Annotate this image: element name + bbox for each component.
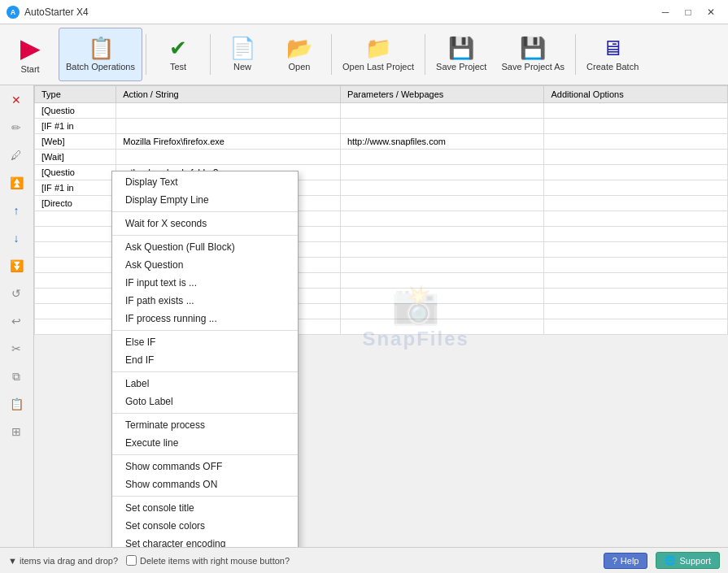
close-button[interactable]: ✕ [700,4,721,20]
toolbar-divider-1 [146,34,146,75]
sidebar-delete-button[interactable]: ✕ [2,87,31,113]
menu-item-label[interactable]: Label [112,375,298,393]
menu-divider-1 [112,211,298,212]
table-header-additional-options: Additional Options [544,86,728,103]
menu-item-if-input-text[interactable]: IF input text is ... [112,274,298,292]
sidebar-down-button[interactable]: ↓ [2,225,31,251]
menu-item-ask-question-full[interactable]: Ask Question (Full Block) [112,238,298,256]
sidebar-cut-button[interactable]: ✂ [2,336,31,362]
sidebar-copy-button[interactable]: ⧉ [2,363,31,389]
support-button[interactable]: 🌐 Support [656,552,720,569]
test-button[interactable]: ✔Test [150,28,207,81]
cell-empty [544,242,728,258]
new-button[interactable]: 📄New [214,28,271,81]
menu-item-ask-question[interactable]: Ask Question [112,256,298,274]
minimize-button[interactable]: ─ [655,4,676,20]
sidebar-undo-button[interactable]: ↩ [2,308,31,334]
cell-type: [IF #1 in [35,119,116,134]
table-header-action-/-string: Action / String [116,86,341,103]
sidebar-up-button[interactable]: ↑ [2,198,31,224]
menu-item-if-process-running[interactable]: IF process running ... [112,310,298,328]
support-icon: 🌐 [665,555,676,566]
menu-item-set-console-colors[interactable]: Set console colors [112,517,298,535]
menu-item-if-path-exists[interactable]: IF path exists ... [112,292,298,310]
start-label: Start [20,64,39,74]
open-last-label: Open Last Project [342,62,414,72]
open-icon: 📂 [286,37,312,59]
menu-item-goto-label[interactable]: Goto Label [112,393,298,410]
cell-empty [35,319,116,335]
support-label: Support [679,556,711,566]
cell-action [116,103,341,119]
window-controls[interactable]: ─ □ ✕ [655,4,721,20]
cell-action [116,119,341,134]
batch-operations-button[interactable]: 📋Batch Operations [59,28,142,81]
cell-empty [544,289,728,304]
toolbar-divider-4 [331,34,332,75]
menu-item-execute-line[interactable]: Execute line [112,434,298,452]
cell-empty [35,242,116,258]
cell-action [116,150,341,165]
cell-type: [Directo [35,196,116,211]
table-row[interactable]: [Web]Mozilla Firefox\firefox.exehttp://w… [35,134,728,150]
sidebar-edit-button[interactable]: ✏ [2,115,31,141]
save-as-button[interactable]: 💾Save Project As [494,28,572,81]
sidebar-pencil-button[interactable]: 🖊 [2,142,31,168]
menu-item-set-console-title[interactable]: Set console title [112,499,298,517]
menu-item-end-if[interactable]: End IF [112,351,298,369]
cell-params [340,103,544,119]
dropdown-menu[interactable]: Display TextDisplay Empty LineWait for X… [111,171,299,547]
cell-empty [544,319,728,335]
open-button[interactable]: 📂Open [271,28,328,81]
table-row[interactable]: [Wait] [35,150,728,165]
menu-item-terminate-process[interactable]: Terminate process [112,416,298,434]
save-button[interactable]: 💾Save Project [429,28,494,81]
cell-params [340,165,544,180]
cell-type: [Wait] [35,150,116,165]
cell-empty [340,211,544,227]
delete-label: Delete items with right mouse button? [140,556,290,566]
cell-action: Mozilla Firefox\firefox.exe [116,134,341,150]
menu-item-set-char-encoding[interactable]: Set character encoding [112,535,298,547]
toolbar-divider-7 [575,34,576,75]
toolbar: ▶Start📋Batch Operations✔Test📄New📂Open📁Op… [0,24,728,85]
maximize-button[interactable]: □ [678,4,699,20]
open-last-icon: 📁 [365,37,391,59]
menu-divider-3 [112,330,298,331]
cell-params: http://www.snapfiles.com [340,134,544,150]
cell-empty [340,319,544,335]
test-icon: ✔ [169,37,187,59]
table-container: 📸 SnapFiles TypeAction / StringParameter… [34,85,728,547]
start-button[interactable]: ▶Start [2,28,59,81]
delete-checkbox-label[interactable]: Delete items with right mouse button? [126,555,290,566]
sidebar-down-bottom-button[interactable]: ⏬ [2,253,31,279]
cell-options [544,134,728,150]
menu-item-show-commands-off[interactable]: Show commands OFF [112,458,298,475]
status-bar: ▼ items via drag and drop? Delete items … [0,547,728,573]
menu-item-display-text[interactable]: Display Text [112,173,298,191]
cell-empty [340,227,544,242]
cell-type: [Questio [35,165,116,180]
sidebar-paste-button[interactable]: 📋 [2,391,31,417]
cell-empty [340,258,544,273]
cell-empty [35,289,116,304]
delete-checkbox[interactable] [126,555,137,566]
cell-options [544,180,728,196]
sidebar-up-top-button[interactable]: ⏫ [2,170,31,196]
sidebar-refresh-button[interactable]: ↺ [2,280,31,306]
menu-item-else-if[interactable]: Else IF [112,333,298,351]
open-label: Open [289,62,311,72]
table-row[interactable]: [IF #1 in [35,119,728,134]
menu-item-show-commands-on[interactable]: Show commands ON [112,475,298,493]
menu-item-wait-for-x-seconds[interactable]: Wait for X seconds [112,215,298,232]
sidebar-grid-button[interactable]: ⊞ [2,419,31,445]
test-label: Test [170,62,186,72]
table-row[interactable]: [Questio [35,103,728,119]
open-last-button[interactable]: 📁Open Last Project [335,28,421,81]
save-as-icon: 💾 [520,37,546,59]
cell-empty [35,211,116,227]
cell-empty [35,273,116,289]
help-button[interactable]: ? Help [604,553,648,569]
menu-item-display-empty-line[interactable]: Display Empty Line [112,191,298,209]
create-batch-button[interactable]: 🖥Create Batch [579,28,646,81]
